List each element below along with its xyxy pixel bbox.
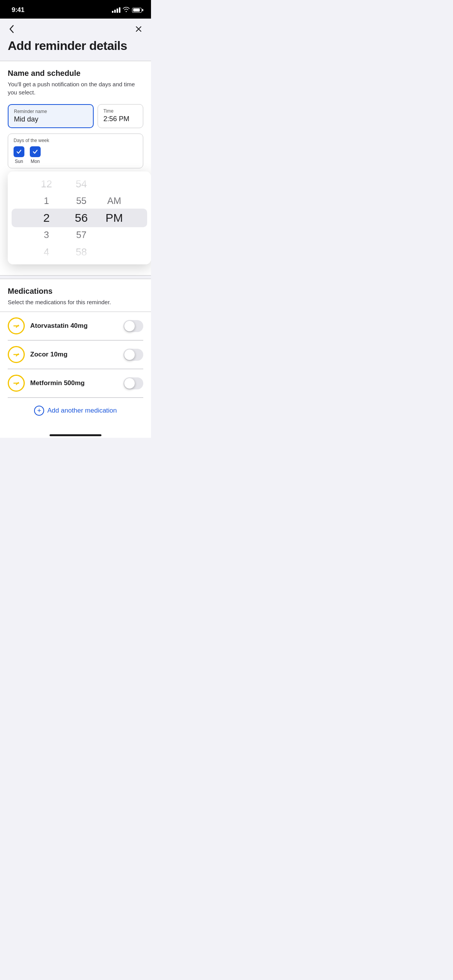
time-value: 2:56 PM: [103, 115, 137, 123]
status-bar: 9:41: [0, 0, 151, 19]
med-icon-zocor: [8, 346, 25, 363]
med-toggle-atorvastatin[interactable]: [124, 320, 143, 332]
hour-2[interactable]: 2: [29, 209, 64, 226]
min-58[interactable]: 58: [64, 243, 99, 260]
page-title-section: Add reminder details: [0, 39, 151, 61]
days-label: Days of the week: [14, 138, 137, 143]
status-time: 9:41: [12, 6, 24, 14]
med-toggle-metformin[interactable]: [124, 377, 143, 389]
day-mon[interactable]: Mon: [30, 146, 41, 164]
wifi-icon: [123, 7, 130, 13]
day-sun-label: Sun: [15, 159, 23, 164]
min-56[interactable]: 56: [64, 209, 99, 226]
med-item-atorvastatin: Atorvastatin 40mg: [8, 312, 143, 340]
medications-desc: Select the medications for this reminder…: [8, 298, 143, 306]
section-gap: [0, 276, 151, 279]
med-toggle-zocor[interactable]: [124, 349, 143, 361]
hour-12[interactable]: 12: [29, 175, 64, 192]
day-mon-checkbox[interactable]: [30, 146, 41, 157]
form-row: Reminder name Mid day Time 2:56 PM: [8, 104, 143, 128]
days-checkboxes: Sun Mon: [14, 146, 137, 164]
med-name-zocor: Zocor 10mg: [30, 351, 124, 358]
days-of-week-field: Days of the week Sun Mon: [8, 134, 143, 168]
picker-columns: 12 1 2 3 4 54 55 56 57 58 AM: [8, 175, 151, 260]
reminder-name-value: Mid day: [14, 115, 88, 123]
min-57[interactable]: 57: [64, 226, 99, 243]
signal-icon: [112, 7, 120, 13]
ampm-pm[interactable]: PM: [99, 209, 130, 226]
med-name-atorvastatin: Atorvastatin 40mg: [30, 322, 124, 330]
reminder-name-label: Reminder name: [14, 109, 88, 114]
hour-1[interactable]: 1: [29, 192, 64, 209]
page-title: Add reminder details: [8, 39, 143, 53]
main-content: Name and schedule You'll get a push noti…: [0, 61, 151, 275]
med-item-zocor: Zocor 10mg: [8, 341, 143, 369]
medications-title: Medications: [8, 287, 143, 296]
ampm-am[interactable]: AM: [99, 192, 130, 209]
med-icon-atorvastatin: [8, 317, 25, 334]
day-mon-label: Mon: [31, 159, 39, 164]
home-indicator-bar: [50, 434, 101, 436]
med-icon-metformin: [8, 375, 25, 392]
name-schedule-desc: You'll get a push notification on the da…: [8, 80, 143, 96]
day-sun[interactable]: Sun: [14, 146, 24, 164]
minutes-column[interactable]: 54 55 56 57 58: [64, 175, 99, 260]
hour-3[interactable]: 3: [29, 226, 64, 243]
med-name-metformin: Metformin 500mg: [30, 379, 124, 387]
day-sun-checkbox[interactable]: [14, 146, 24, 157]
add-medication-icon: +: [34, 406, 44, 416]
time-picker[interactable]: 12 1 2 3 4 54 55 56 57 58 AM: [8, 171, 151, 264]
time-field[interactable]: Time 2:56 PM: [98, 104, 143, 128]
header: [0, 19, 151, 39]
add-medication-row[interactable]: + Add another medication: [8, 398, 143, 423]
add-medication-label: Add another medication: [47, 407, 117, 415]
time-label: Time: [103, 108, 137, 114]
reminder-name-field[interactable]: Reminder name Mid day: [8, 104, 94, 128]
medications-section: Medications Select the medications for t…: [0, 279, 151, 431]
status-icons: [112, 7, 143, 13]
back-button[interactable]: [8, 23, 15, 35]
med-item-metformin: Metformin 500mg: [8, 369, 143, 397]
hour-4[interactable]: 4: [29, 243, 64, 260]
home-indicator: [0, 431, 151, 438]
hours-column[interactable]: 12 1 2 3 4: [29, 175, 64, 260]
ampm-column[interactable]: AM PM: [99, 175, 130, 260]
min-54[interactable]: 54: [64, 175, 99, 192]
close-button[interactable]: [134, 24, 143, 34]
min-55[interactable]: 55: [64, 192, 99, 209]
name-schedule-title: Name and schedule: [8, 69, 143, 78]
battery-icon: [132, 8, 143, 13]
